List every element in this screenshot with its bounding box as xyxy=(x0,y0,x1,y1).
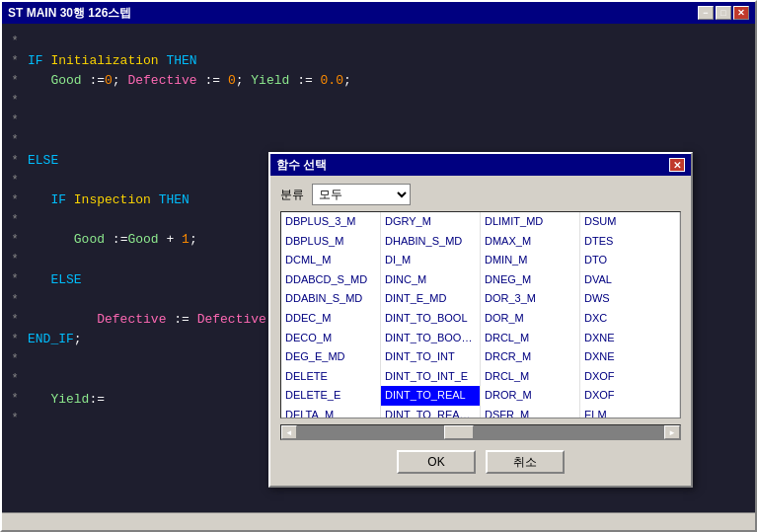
list-item[interactable]: DRCR_M xyxy=(481,347,579,367)
list-item[interactable]: DCML_M xyxy=(281,251,380,270)
editor-area: * *IF Initialization THEN* Good :=0; Def… xyxy=(2,24,755,512)
status-bar xyxy=(2,512,755,530)
scroll-thumb[interactable] xyxy=(444,425,474,439)
list-item[interactable]: DMIN_M xyxy=(481,251,579,270)
category-select[interactable]: 모두 수학 변환 비교 논리 문자열 xyxy=(312,184,411,205)
list-item[interactable]: DINT_TO_REAL xyxy=(381,386,480,406)
scroll-track[interactable] xyxy=(297,425,664,439)
list-column: DGRY_MDHABIN_S_MDDI_MDINC_MDINT_E_MDDINT… xyxy=(381,212,481,418)
list-item[interactable]: DSFR_M xyxy=(481,406,579,418)
title-bar: ST MAIN 30행 126스텝 − □ ✕ xyxy=(2,2,755,24)
function-select-dialog: 함수 선택 ✕ 분류 모두 수학 변환 비교 논리 문자열 xyxy=(268,152,693,488)
dialog-button-row: OK 취소 xyxy=(280,448,681,478)
list-item[interactable]: DDABIN_S_MD xyxy=(281,289,380,309)
list-item[interactable]: DELETE_E xyxy=(281,386,380,406)
scroll-right-button[interactable]: ► xyxy=(664,425,680,439)
list-item[interactable]: DI_M xyxy=(381,251,480,270)
main-window: ST MAIN 30행 126스텝 − □ ✕ * *IF Initializa… xyxy=(0,0,757,532)
list-item[interactable]: DBPLUS_M xyxy=(281,232,380,252)
list-item[interactable]: DWS xyxy=(580,289,679,309)
scroll-left-button[interactable]: ◄ xyxy=(281,425,297,439)
list-item[interactable]: DROR_M xyxy=(481,386,579,406)
dialog-title-text: 함수 선택 xyxy=(276,157,327,174)
list-item[interactable]: DXOF xyxy=(580,367,679,387)
list-item[interactable]: DEG_E_MD xyxy=(281,347,380,367)
list-item[interactable]: DSUM xyxy=(580,212,679,232)
list-item[interactable]: DHABIN_S_MD xyxy=(381,232,480,252)
list-item[interactable]: DTES xyxy=(580,232,679,252)
list-item[interactable]: DXNE xyxy=(580,347,679,367)
list-item[interactable]: DINT_TO_INT xyxy=(381,347,480,367)
list-column: DSUMDTESDTODVALDWSDXCDXNEDXNEDXOFDXOFELM… xyxy=(580,212,680,418)
list-item[interactable]: DLIMIT_MD xyxy=(481,212,579,232)
maximize-button[interactable]: □ xyxy=(716,6,731,20)
list-item[interactable]: DINT_TO_INT_E xyxy=(381,367,480,387)
list-item[interactable]: DNEG_M xyxy=(481,270,579,290)
function-list[interactable]: DBPLUS_3_MDBPLUS_MDCML_MDDABCD_S_MDDDABI… xyxy=(280,211,681,418)
list-item[interactable]: DRCL_M xyxy=(481,329,579,348)
list-item[interactable]: DINT_TO_BOOL_E xyxy=(381,329,480,348)
list-column: DLIMIT_MDDMAX_MDMIN_MDNEG_MDOR_3_MDOR_MD… xyxy=(481,212,580,418)
list-item[interactable]: DGRY_M xyxy=(381,212,480,232)
list-item[interactable]: DOR_M xyxy=(481,309,579,329)
list-item[interactable]: DELETE xyxy=(281,367,380,387)
list-item[interactable]: DBPLUS_3_M xyxy=(281,212,380,232)
list-item[interactable]: DELTA_M xyxy=(281,406,380,418)
list-item[interactable]: DINC_M xyxy=(381,270,480,290)
list-item[interactable]: DXC xyxy=(580,309,679,329)
title-bar-buttons: − □ ✕ xyxy=(698,6,749,20)
cancel-button[interactable]: 취소 xyxy=(486,450,565,474)
list-item[interactable]: DXNE xyxy=(580,329,679,348)
close-button[interactable]: ✕ xyxy=(733,6,749,20)
list-item[interactable]: DINT_TO_BOOL xyxy=(381,309,480,329)
function-list-grid: DBPLUS_3_MDBPLUS_MDCML_MDDABCD_S_MDDDABI… xyxy=(281,212,680,418)
list-item[interactable]: DOR_3_M xyxy=(481,289,579,309)
horizontal-scrollbar[interactable]: ◄ ► xyxy=(280,424,681,440)
list-item[interactable]: DVAL xyxy=(580,270,679,290)
dialog-body: 분류 모두 수학 변환 비교 논리 문자열 DBPLUS_3_ xyxy=(270,176,691,486)
category-label: 분류 xyxy=(280,187,304,203)
list-item[interactable]: DXOF xyxy=(580,386,679,406)
dialog-title-bar: 함수 선택 ✕ xyxy=(270,154,691,176)
list-item[interactable]: DINT_E_MD xyxy=(381,289,480,309)
window-title: ST MAIN 30행 126스텝 xyxy=(8,5,131,22)
ok-button[interactable]: OK xyxy=(397,450,476,474)
list-column: DBPLUS_3_MDBPLUS_MDCML_MDDABCD_S_MDDDABI… xyxy=(281,212,381,418)
category-row: 분류 모두 수학 변환 비교 논리 문자열 xyxy=(280,184,681,205)
list-item[interactable]: DECO_M xyxy=(281,329,380,348)
list-item[interactable]: DDABCD_S_MD xyxy=(281,270,380,290)
minimize-button[interactable]: − xyxy=(698,6,714,20)
dialog-overlay: 함수 선택 ✕ 분류 모두 수학 변환 비교 논리 문자열 xyxy=(2,24,755,512)
list-item[interactable]: DMAX_M xyxy=(481,232,579,252)
list-item[interactable]: ELM xyxy=(580,406,679,418)
dialog-close-button[interactable]: ✕ xyxy=(669,158,685,172)
list-item[interactable]: DTO xyxy=(580,251,679,270)
list-item[interactable]: DRCL_M xyxy=(481,367,579,387)
list-item[interactable]: DDEC_M xyxy=(281,309,380,329)
list-item[interactable]: DINT_TO_REAL_E xyxy=(381,406,480,418)
